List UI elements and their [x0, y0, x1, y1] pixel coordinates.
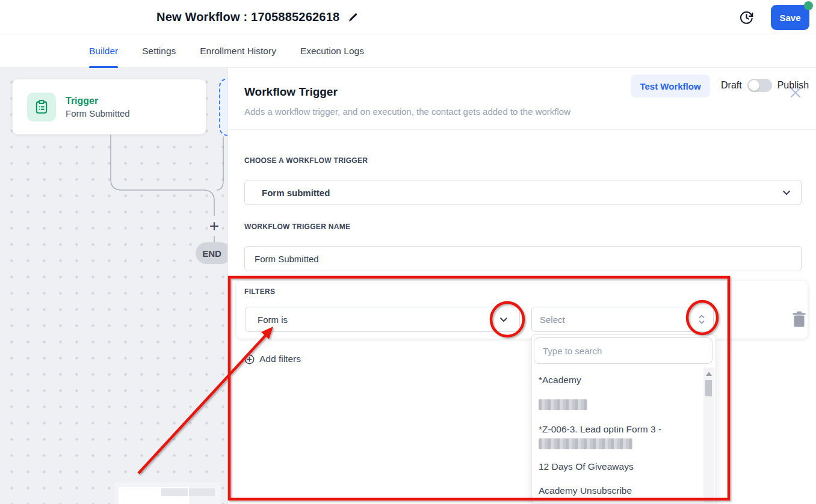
scrollbar-thumb[interactable]	[705, 380, 712, 396]
draft-publish-toggle[interactable]	[747, 79, 772, 92]
publish-toggle-group: Draft Publish	[721, 69, 809, 102]
save-button[interactable]: Save	[771, 5, 809, 30]
filters-label: FILTERS	[244, 287, 275, 296]
delete-filter-trash-icon[interactable]	[792, 311, 806, 328]
filter-value-placeholder: Select	[540, 315, 565, 325]
plus-circle-icon	[244, 354, 255, 364]
filter-field-select[interactable]: Form is	[245, 307, 520, 332]
history-icon[interactable]	[738, 9, 755, 26]
workflow-trigger-select-value: Form submitted	[262, 188, 330, 198]
dropdown-option-redacted[interactable]	[539, 399, 587, 410]
trigger-name-input[interactable]	[244, 246, 802, 271]
filter-field-value: Form is	[258, 315, 288, 325]
trigger-node-card[interactable]: Trigger Form Submitted	[12, 79, 206, 135]
workflow-trigger-panel: Workflow Trigger Adds a workflow trigger…	[227, 68, 816, 504]
scroll-up-arrow[interactable]	[706, 372, 712, 376]
add-filters-button[interactable]: Add filters	[244, 354, 301, 364]
tab-enrollment-history[interactable]: Enrollment History	[200, 34, 276, 68]
form-select-dropdown: *Academy *Z-006-3. Lead optin Form 3 - 1…	[531, 334, 716, 504]
workflow-trigger-select[interactable]: Form submitted	[244, 180, 802, 205]
dropdown-scrollbar[interactable]	[703, 367, 714, 504]
caret-up-down-icon	[697, 313, 706, 325]
unsaved-status-dot	[804, 1, 813, 10]
add-step-button[interactable]: +	[206, 217, 223, 235]
canvas-thumbnail	[114, 482, 221, 504]
clipboard-form-icon	[34, 99, 49, 115]
dropdown-option[interactable]: Academy Unsubscribe	[539, 485, 632, 496]
panel-divider	[228, 129, 816, 130]
trigger-node-subtitle: Form Submitted	[66, 108, 130, 118]
toggle-knob	[749, 80, 759, 91]
workflow-canvas[interactable]: Trigger Form Submitted + END	[0, 68, 227, 504]
panel-title: Workflow Trigger	[244, 85, 338, 99]
filter-value-select[interactable]: Select	[531, 307, 714, 332]
tabs: Builder Settings Enrollment History Exec…	[89, 34, 364, 68]
dropdown-search-input[interactable]	[534, 337, 712, 364]
publish-label: Publish	[777, 80, 809, 91]
test-workflow-button[interactable]: Test Workflow	[631, 75, 710, 97]
trigger-name-label: WORKFLOW TRIGGER NAME	[244, 223, 350, 231]
chevron-down-icon	[499, 315, 508, 324]
dropdown-option-redacted-line[interactable]	[539, 438, 632, 449]
dropdown-option[interactable]: *Z-006-3. Lead optin Form 3 -	[539, 424, 661, 435]
panel-description: Adds a workflow trigger, and on executio…	[244, 106, 570, 117]
chevron-down-icon	[782, 188, 791, 197]
save-button-label: Save	[779, 13, 800, 23]
edit-pencil-icon[interactable]	[348, 12, 359, 23]
thumbnail-bar	[189, 488, 215, 496]
tab-settings[interactable]: Settings	[142, 34, 176, 68]
selected-trigger-placeholder	[219, 78, 227, 136]
end-node: END	[196, 242, 227, 264]
trigger-node-title: Trigger	[66, 96, 130, 106]
draft-label: Draft	[721, 80, 742, 91]
add-filters-label: Add filters	[259, 354, 301, 364]
workflow-title: New Workflow : 1705885262618	[156, 10, 339, 24]
trigger-icon-box	[27, 93, 56, 121]
choose-trigger-label: CHOOSE A WORKFLOW TRIGGER	[244, 156, 368, 165]
top-bar: New Workflow : 1705885262618 Save	[0, 0, 816, 34]
dropdown-option[interactable]: 12 Days Of Giveaways	[539, 461, 634, 472]
tab-execution-logs[interactable]: Execution Logs	[300, 34, 364, 68]
tab-bar: Builder Settings Enrollment History Exec…	[0, 34, 816, 68]
tab-builder[interactable]: Builder	[89, 34, 118, 68]
thumbnail-bar	[161, 488, 188, 496]
dropdown-option[interactable]: *Academy	[539, 375, 581, 386]
